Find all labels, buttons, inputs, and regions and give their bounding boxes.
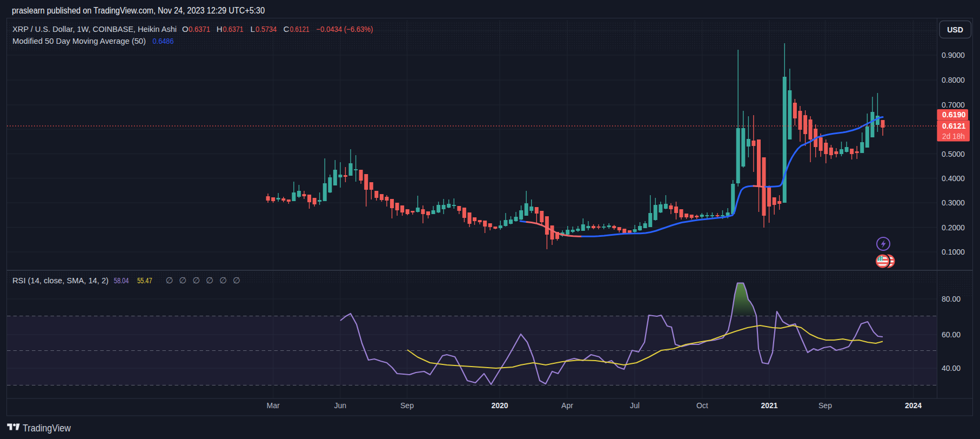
svg-text:0.5734: 0.5734 [256,24,277,34]
svg-text:0.4000: 0.4000 [942,174,965,183]
svg-text:L: L [251,24,255,34]
svg-text:58.04: 58.04 [114,276,129,285]
svg-text:0.6190: 0.6190 [942,110,966,119]
svg-text:0.6371: 0.6371 [189,24,210,34]
svg-text:Modified 50 Day Moving Average: Modified 50 Day Moving Average (50) [12,36,146,45]
svg-text:40.00: 40.00 [942,364,961,373]
svg-text:60.00: 60.00 [942,330,961,339]
svg-text:0.7000: 0.7000 [942,101,965,109]
svg-text:0.6486: 0.6486 [153,36,174,45]
svg-text:Mar: Mar [267,401,280,410]
svg-text:0.2000: 0.2000 [942,223,965,232]
svg-text:0.8000: 0.8000 [942,76,965,84]
svg-text:2d 18h: 2d 18h [942,132,965,141]
svg-text:Oct: Oct [696,401,708,410]
svg-text:0.9000: 0.9000 [942,51,965,59]
svg-text:XRP / U.S. Dollar, 1W, COINBAS: XRP / U.S. Dollar, 1W, COINBASE, Heikin … [12,24,177,34]
svg-text:∅: ∅ [179,276,186,285]
svg-text:Sep: Sep [818,401,832,410]
svg-text:0.6121: 0.6121 [290,24,310,34]
svg-text:2020: 2020 [491,401,508,410]
svg-text:∅: ∅ [219,276,227,285]
svg-text:55.47: 55.47 [137,276,152,285]
svg-text:∅: ∅ [206,276,213,285]
svg-text:H: H [217,24,223,34]
svg-text:2021: 2021 [761,401,777,410]
svg-text:∅: ∅ [166,276,173,285]
svg-text:0.5000: 0.5000 [942,150,965,158]
svg-text:Apr: Apr [561,401,573,410]
svg-text:C: C [284,24,290,34]
svg-text:−0.0434 (−6.63%): −0.0434 (−6.63%) [316,24,373,34]
svg-text:∅: ∅ [233,276,240,285]
svg-text:TradingView: TradingView [23,423,71,434]
svg-text:USD: USD [947,25,963,34]
svg-text:80.00: 80.00 [942,295,961,303]
svg-text:praslearn published on Trading: praslearn published on TradingView.com, … [12,6,265,15]
svg-text:0.3000: 0.3000 [942,198,965,207]
svg-text:RSI (14, close, SMA, 14, 2): RSI (14, close, SMA, 14, 2) [12,276,109,285]
svg-text:O: O [182,24,189,34]
svg-text:Jun: Jun [334,401,347,410]
svg-text:0.6121: 0.6121 [942,122,966,130]
svg-text:0.6371: 0.6371 [223,24,244,34]
svg-text:2024: 2024 [905,401,922,410]
svg-text:∅: ∅ [192,276,200,285]
svg-text:0.1000: 0.1000 [942,248,965,256]
svg-text:Sep: Sep [400,401,414,410]
svg-text:Jul: Jul [630,401,640,410]
